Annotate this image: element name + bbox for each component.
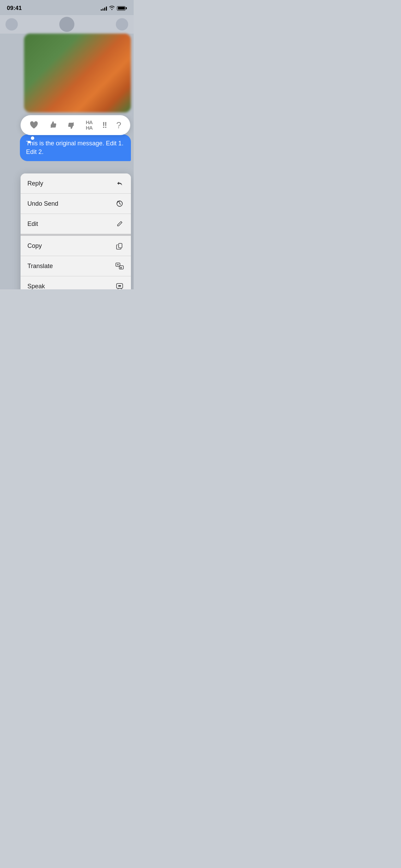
- tapback-thumbsup[interactable]: [48, 121, 57, 130]
- tapback-heart[interactable]: [29, 121, 38, 129]
- edit-label: Edit: [27, 220, 38, 228]
- copy-label: Copy: [27, 242, 42, 250]
- context-menu: Reply Undo Send Edit Copy: [21, 173, 131, 289]
- tapback-haha[interactable]: HAHA: [86, 120, 93, 131]
- speak-label: Speak: [27, 283, 45, 290]
- contact-avatar[interactable]: [59, 17, 74, 32]
- back-button[interactable]: [5, 18, 18, 31]
- menu-item-edit[interactable]: Edit: [21, 214, 131, 234]
- tapback-tail-1: [31, 136, 34, 140]
- reply-icon: [115, 179, 124, 188]
- speak-icon: [115, 282, 124, 289]
- signal-bar-3: [104, 8, 105, 11]
- message-text: This is the original message. Edit 1. Ed…: [26, 140, 123, 155]
- undo-icon: [115, 199, 124, 208]
- menu-item-translate[interactable]: Translate: [21, 256, 131, 276]
- tapback-bar: HAHA !! ?: [21, 115, 130, 135]
- battery-icon: [117, 6, 127, 11]
- svg-rect-1: [119, 243, 122, 248]
- menu-item-undo-send[interactable]: Undo Send: [21, 194, 131, 214]
- signal-bar-4: [106, 7, 107, 11]
- menu-item-speak[interactable]: Speak: [21, 276, 131, 289]
- pencil-icon: [115, 219, 124, 228]
- translate-icon: [115, 262, 124, 270]
- tapback-exclaim[interactable]: !!: [102, 120, 107, 130]
- reply-label: Reply: [27, 180, 43, 187]
- message-image: [24, 34, 131, 112]
- nav-action-button[interactable]: [116, 18, 128, 31]
- signal-bar-1: [101, 9, 102, 11]
- undo-send-label: Undo Send: [27, 200, 58, 207]
- signal-bar-2: [102, 9, 104, 11]
- nav-bar: [0, 15, 134, 34]
- tapback-thumbsdown[interactable]: [67, 121, 76, 130]
- tapback-tail-2: [28, 141, 31, 143]
- svg-rect-5: [118, 285, 121, 287]
- status-time: 09:41: [7, 5, 22, 12]
- signal-icon: [101, 6, 107, 11]
- status-bar: 09:41: [0, 0, 134, 14]
- translate-label: Translate: [27, 263, 53, 270]
- copy-icon: [115, 241, 124, 250]
- menu-item-copy[interactable]: Copy: [21, 236, 131, 256]
- wifi-icon: [109, 5, 115, 11]
- status-icons: [101, 5, 127, 11]
- message-bubble: This is the original message. Edit 1. Ed…: [20, 134, 131, 161]
- tapback-question[interactable]: ?: [116, 120, 121, 131]
- menu-item-reply[interactable]: Reply: [21, 173, 131, 194]
